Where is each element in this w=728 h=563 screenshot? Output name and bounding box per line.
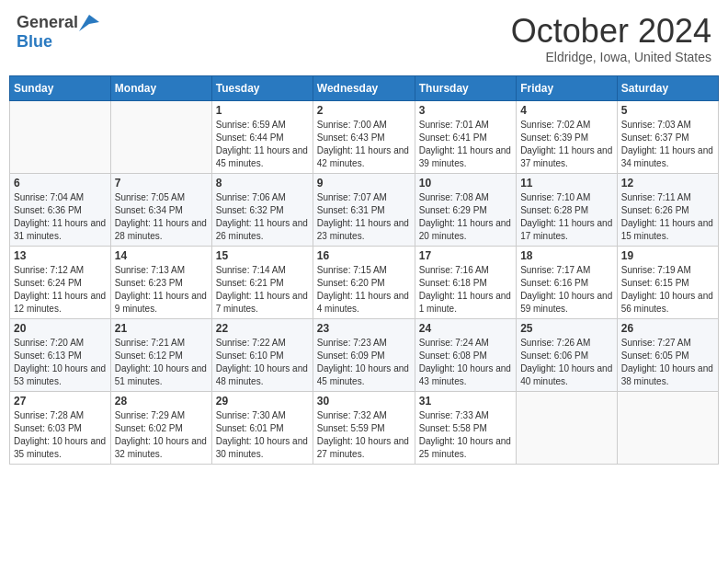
day-number: 28 — [115, 395, 208, 408]
day-info: Sunrise: 7:13 AMSunset: 6:23 PMDaylight:… — [115, 264, 208, 316]
calendar-week-4: 20Sunrise: 7:20 AMSunset: 6:13 PMDayligh… — [10, 318, 719, 391]
day-info: Sunrise: 7:12 AMSunset: 6:24 PMDaylight:… — [14, 264, 107, 316]
day-number: 14 — [115, 249, 208, 262]
day-info: Sunrise: 7:06 AMSunset: 6:32 PMDaylight:… — [216, 191, 309, 243]
day-info: Sunrise: 6:59 AMSunset: 6:44 PMDaylight:… — [216, 119, 309, 170]
calendar-cell-w1-d1 — [10, 100, 111, 173]
calendar-cell-w2-d4: 9Sunrise: 7:07 AMSunset: 6:31 PMDaylight… — [313, 173, 415, 246]
day-info: Sunrise: 7:19 AMSunset: 6:15 PMDaylight:… — [621, 264, 714, 316]
calendar-cell-w2-d1: 6Sunrise: 7:04 AMSunset: 6:36 PMDaylight… — [10, 173, 111, 246]
day-number: 29 — [216, 395, 309, 408]
day-info: Sunrise: 7:17 AMSunset: 6:16 PMDaylight:… — [520, 264, 613, 316]
day-number: 21 — [115, 322, 208, 335]
calendar-cell-w1-d5: 3Sunrise: 7:01 AMSunset: 6:41 PMDaylight… — [415, 100, 516, 173]
day-number: 20 — [14, 322, 107, 335]
day-number: 3 — [419, 104, 512, 117]
col-monday: Monday — [110, 75, 211, 100]
day-info: Sunrise: 7:28 AMSunset: 6:03 PMDaylight:… — [14, 409, 107, 461]
day-number: 19 — [621, 249, 714, 262]
calendar-table: Sunday Monday Tuesday Wednesday Thursday… — [9, 75, 719, 465]
day-number: 7 — [115, 177, 208, 190]
calendar-cell-w3-d6: 18Sunrise: 7:17 AMSunset: 6:16 PMDayligh… — [517, 246, 618, 318]
day-info: Sunrise: 7:03 AMSunset: 6:37 PMDaylight:… — [621, 119, 714, 170]
calendar-cell-w4-d4: 23Sunrise: 7:23 AMSunset: 6:09 PMDayligh… — [313, 318, 415, 391]
day-info: Sunrise: 7:27 AMSunset: 6:05 PMDaylight:… — [621, 337, 714, 388]
col-wednesday: Wednesday — [313, 75, 415, 100]
calendar-cell-w3-d7: 19Sunrise: 7:19 AMSunset: 6:15 PMDayligh… — [617, 246, 718, 318]
day-info: Sunrise: 7:15 AMSunset: 6:20 PMDaylight:… — [317, 264, 411, 316]
day-number: 6 — [14, 177, 107, 190]
calendar-cell-w5-d4: 30Sunrise: 7:32 AMSunset: 5:59 PMDayligh… — [313, 391, 415, 464]
calendar-cell-w5-d6 — [517, 391, 618, 464]
col-friday: Friday — [517, 75, 618, 100]
day-info: Sunrise: 7:29 AMSunset: 6:02 PMDaylight:… — [115, 409, 208, 461]
month-title: October 2024 — [511, 13, 711, 50]
calendar-cell-w1-d7: 5Sunrise: 7:03 AMSunset: 6:37 PMDaylight… — [617, 100, 718, 173]
day-info: Sunrise: 7:02 AMSunset: 6:39 PMDaylight:… — [520, 119, 613, 170]
calendar-cell-w3-d2: 14Sunrise: 7:13 AMSunset: 6:23 PMDayligh… — [110, 246, 211, 318]
day-info: Sunrise: 7:00 AMSunset: 6:43 PMDaylight:… — [317, 119, 411, 170]
day-info: Sunrise: 7:11 AMSunset: 6:26 PMDaylight:… — [621, 191, 714, 243]
logo: General Blue — [17, 13, 99, 52]
day-number: 8 — [216, 177, 309, 190]
col-sunday: Sunday — [10, 75, 111, 100]
day-info: Sunrise: 7:05 AMSunset: 6:34 PMDaylight:… — [115, 191, 208, 243]
calendar-cell-w1-d4: 2Sunrise: 7:00 AMSunset: 6:43 PMDaylight… — [313, 100, 415, 173]
day-info: Sunrise: 7:30 AMSunset: 6:01 PMDaylight:… — [216, 409, 309, 461]
calendar-cell-w2-d3: 8Sunrise: 7:06 AMSunset: 6:32 PMDaylight… — [211, 173, 313, 246]
calendar-week-2: 6Sunrise: 7:04 AMSunset: 6:36 PMDaylight… — [10, 173, 719, 246]
calendar-cell-w5-d5: 31Sunrise: 7:33 AMSunset: 5:58 PMDayligh… — [415, 391, 516, 464]
calendar-cell-w3-d3: 15Sunrise: 7:14 AMSunset: 6:21 PMDayligh… — [211, 246, 313, 318]
calendar-cell-w2-d7: 12Sunrise: 7:11 AMSunset: 6:26 PMDayligh… — [617, 173, 718, 246]
day-number: 15 — [216, 249, 309, 262]
calendar-cell-w1-d6: 4Sunrise: 7:02 AMSunset: 6:39 PMDaylight… — [517, 100, 618, 173]
logo-general-text: General — [17, 13, 78, 32]
day-number: 11 — [520, 177, 613, 190]
calendar-cell-w5-d2: 28Sunrise: 7:29 AMSunset: 6:02 PMDayligh… — [110, 391, 211, 464]
day-info: Sunrise: 7:20 AMSunset: 6:13 PMDaylight:… — [14, 337, 107, 388]
day-number: 4 — [520, 104, 613, 117]
day-info: Sunrise: 7:16 AMSunset: 6:18 PMDaylight:… — [419, 264, 512, 316]
calendar-cell-w3-d5: 17Sunrise: 7:16 AMSunset: 6:18 PMDayligh… — [415, 246, 516, 318]
calendar-cell-w5-d3: 29Sunrise: 7:30 AMSunset: 6:01 PMDayligh… — [211, 391, 313, 464]
day-number: 24 — [419, 322, 512, 335]
logo-bird-icon — [79, 15, 99, 31]
day-number: 27 — [14, 395, 107, 408]
calendar-cell-w3-d1: 13Sunrise: 7:12 AMSunset: 6:24 PMDayligh… — [10, 246, 111, 318]
calendar-cell-w5-d7 — [617, 391, 718, 464]
calendar-header-row: Sunday Monday Tuesday Wednesday Thursday… — [10, 75, 719, 100]
calendar-cell-w5-d1: 27Sunrise: 7:28 AMSunset: 6:03 PMDayligh… — [10, 391, 111, 464]
day-number: 10 — [419, 177, 512, 190]
day-number: 23 — [317, 322, 411, 335]
day-number: 31 — [419, 395, 512, 408]
day-number: 30 — [317, 395, 411, 408]
day-number: 1 — [216, 104, 309, 117]
calendar-week-1: 1Sunrise: 6:59 AMSunset: 6:44 PMDaylight… — [10, 100, 719, 173]
calendar-cell-w4-d6: 25Sunrise: 7:26 AMSunset: 6:06 PMDayligh… — [517, 318, 618, 391]
calendar-cell-w4-d5: 24Sunrise: 7:24 AMSunset: 6:08 PMDayligh… — [415, 318, 516, 391]
calendar-cell-w1-d2 — [110, 100, 211, 173]
day-info: Sunrise: 7:32 AMSunset: 5:59 PMDaylight:… — [317, 409, 411, 461]
day-info: Sunrise: 7:24 AMSunset: 6:08 PMDaylight:… — [419, 337, 512, 388]
day-info: Sunrise: 7:07 AMSunset: 6:31 PMDaylight:… — [317, 191, 411, 243]
location-text: Eldridge, Iowa, United States — [511, 50, 711, 64]
day-info: Sunrise: 7:04 AMSunset: 6:36 PMDaylight:… — [14, 191, 107, 243]
day-number: 18 — [520, 249, 613, 262]
day-info: Sunrise: 7:08 AMSunset: 6:29 PMDaylight:… — [419, 191, 512, 243]
day-info: Sunrise: 7:14 AMSunset: 6:21 PMDaylight:… — [216, 264, 309, 316]
day-number: 12 — [621, 177, 714, 190]
svg-marker-0 — [79, 15, 99, 31]
logo-blue-text: Blue — [17, 32, 52, 51]
calendar-cell-w2-d6: 11Sunrise: 7:10 AMSunset: 6:28 PMDayligh… — [517, 173, 618, 246]
calendar-cell-w4-d2: 21Sunrise: 7:21 AMSunset: 6:12 PMDayligh… — [110, 318, 211, 391]
page-header: General Blue October 2024 Eldridge, Iowa… — [9, 9, 719, 68]
day-number: 25 — [520, 322, 613, 335]
day-number: 2 — [317, 104, 411, 117]
calendar-week-3: 13Sunrise: 7:12 AMSunset: 6:24 PMDayligh… — [10, 246, 719, 318]
calendar-cell-w4-d1: 20Sunrise: 7:20 AMSunset: 6:13 PMDayligh… — [10, 318, 111, 391]
col-thursday: Thursday — [415, 75, 516, 100]
calendar-cell-w1-d3: 1Sunrise: 6:59 AMSunset: 6:44 PMDaylight… — [211, 100, 313, 173]
day-number: 22 — [216, 322, 309, 335]
day-number: 26 — [621, 322, 714, 335]
day-info: Sunrise: 7:10 AMSunset: 6:28 PMDaylight:… — [520, 191, 613, 243]
